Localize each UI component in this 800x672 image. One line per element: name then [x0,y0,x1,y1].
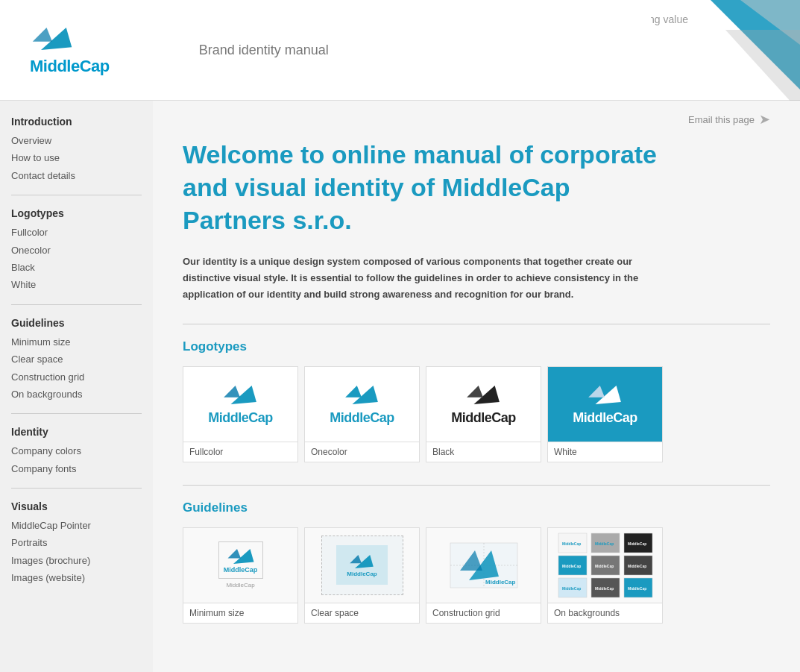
minsize-logo-text: MiddleCap [224,566,258,574]
svg-text:MiddleCap: MiddleCap [595,541,614,546]
svg-text:MiddleCap: MiddleCap [485,579,516,585]
guide-card-onbackgrounds[interactable]: MiddleCap MiddleCap MiddleCap MiddleCap … [547,527,663,624]
logo-triangle-icon [30,24,75,54]
onbackgrounds-container: MiddleCap MiddleCap MiddleCap MiddleCap … [548,528,662,603]
sidebar-section-introduction: Introduction [11,116,142,128]
svg-text:MiddleCap: MiddleCap [562,564,581,568]
logo-area: MiddleCap [30,24,110,76]
guide-card-construction-label: Construction grid [426,603,541,623]
sidebar-item-images-website[interactable]: Images (website) [11,569,142,586]
onecolor-triangle-icon [343,383,380,407]
guidelines-grid: MiddleCap MiddleCap Minimum size [183,527,770,624]
guide-card-construction-img: MiddleCap [426,528,541,603]
logotypes-grid: MiddleCap Fullcolor MiddleCap Onec [183,366,770,462]
logo-card-white-label: White [548,442,662,462]
fullcolor-triangle-icon [221,383,259,407]
guide-card-minsize-label: Minimum size [183,603,297,623]
sidebar-divider-2 [11,304,142,305]
header: MiddleCap Brand identity manual Extracti… [0,0,800,101]
guide-card-minsize[interactable]: MiddleCap MiddleCap Minimum size [183,527,298,624]
email-page-button[interactable]: Email this page ➤ [688,111,770,128]
sidebar-item-overview[interactable]: Overview [11,132,142,149]
logo-card-fullcolor-img: MiddleCap [183,367,297,442]
mc-onecolor-logo: MiddleCap [330,383,394,426]
main-layout: Introduction Overview How to use Contact… [0,101,800,672]
clearspace-container: MiddleCap [305,528,419,603]
svg-marker-16 [350,555,362,563]
sidebar-item-images-brochure[interactable]: Images (brochure) [11,552,142,569]
clearspace-mock: MiddleCap [321,536,403,595]
svg-text:MiddleCap: MiddleCap [562,586,581,591]
sidebar-item-how-to-use[interactable]: How to use [11,149,142,166]
logo-card-onecolor-label: Onecolor [305,442,419,462]
svg-text:MiddleCap: MiddleCap [628,564,646,568]
sidebar-item-portraits[interactable]: Portraits [11,534,142,551]
construction-mock: MiddleCap [443,536,525,595]
section-divider-logotypes [183,324,770,324]
sidebar-item-fullcolor[interactable]: Fullcolor [11,224,142,241]
sidebar-item-construction-grid[interactable]: Construction grid [11,368,142,386]
minsize-dimension-label: MiddleCap [226,582,254,588]
logo-card-black-label: Black [426,442,541,462]
sidebar-section-identity: Identity [11,426,142,438]
logo-middle: Middle [30,57,80,75]
onbackgrounds-grid-icon: MiddleCap MiddleCap MiddleCap MiddleCap … [557,532,654,599]
sidebar-item-black[interactable]: Black [11,259,142,276]
guidelines-heading: Guidelines [183,500,770,515]
sidebar-item-contact-details[interactable]: Contact details [11,167,142,184]
minsize-triangle-icon [226,547,256,566]
sidebar-section-logotypes: Logotypes [11,207,142,219]
svg-marker-10 [467,386,484,398]
clearspace-triangle-icon [348,553,375,571]
sidebar-item-middlecap-pointer[interactable]: MiddleCap Pointer [11,517,142,534]
sidebar-item-clear-space[interactable]: Clear space [11,351,142,368]
guide-card-onbackgrounds-img: MiddleCap MiddleCap MiddleCap MiddleCap … [548,528,662,603]
sidebar-item-white[interactable]: White [11,276,142,293]
mc-white-logo: MiddleCap [573,383,637,426]
guide-card-construction[interactable]: MiddleCap Construction grid [426,527,541,624]
logo-card-fullcolor[interactable]: MiddleCap Fullcolor [183,366,298,462]
onecolor-logo-text: MiddleCap [330,410,394,426]
svg-text:MiddleCap: MiddleCap [595,564,614,568]
svg-text:MiddleCap: MiddleCap [562,541,581,546]
welcome-description: Our identity is a unique design system c… [183,254,645,303]
logo-card-onecolor[interactable]: MiddleCap Onecolor [304,366,420,462]
mc-black-logo: MiddleCap [451,383,516,426]
guide-card-clearspace[interactable]: MiddleCap Clear space [304,527,420,624]
svg-marker-1 [33,28,52,42]
logo-card-black[interactable]: MiddleCap Black [426,366,541,462]
black-triangle-icon [464,383,502,407]
svg-marker-2 [711,0,800,90]
welcome-title: Welcome to online manual of corporate an… [183,138,667,237]
sidebar-section-visuals: Visuals [11,500,142,512]
svg-text:MiddleCap: MiddleCap [595,586,614,591]
svg-marker-4 [725,30,800,101]
white-logo-text: MiddleCap [573,410,637,426]
sidebar: Introduction Overview How to use Contact… [0,101,153,672]
logo-card-onecolor-img: MiddleCap [305,367,419,442]
guide-card-onbackgrounds-label: On backgrounds [548,603,662,623]
clearspace-inner: MiddleCap [336,545,387,585]
sidebar-item-onecolor[interactable]: Onecolor [11,242,142,259]
sidebar-divider-3 [11,413,142,414]
svg-marker-12 [589,386,605,398]
logo-card-fullcolor-label: Fullcolor [183,442,297,462]
extracting-value-text: Extracting value [651,13,688,25]
header-decoration: Extracting value [651,0,800,101]
svg-text:MiddleCap: MiddleCap [628,586,646,591]
sidebar-item-company-fonts[interactable]: Company fonts [11,460,142,477]
black-logo-text: MiddleCap [451,410,516,426]
minsize-logo-box: MiddleCap [218,541,263,579]
sidebar-item-minimum-size[interactable]: Minimum size [11,333,142,351]
logo-card-white-img: MiddleCap [548,367,662,442]
sidebar-section-guidelines: Guidelines [11,317,142,329]
guide-card-clearspace-img: MiddleCap [305,528,419,603]
sidebar-divider-4 [11,488,142,489]
logo-cap: Cap [80,57,110,75]
clearspace-logo-text: MiddleCap [347,571,377,577]
logo-card-black-img: MiddleCap [426,367,541,442]
guide-card-clearspace-label: Clear space [305,603,419,623]
sidebar-item-on-backgrounds[interactable]: On backgrounds [11,386,142,403]
sidebar-item-company-colors[interactable]: Company colors [11,442,142,459]
logo-card-white[interactable]: MiddleCap White [547,366,663,462]
